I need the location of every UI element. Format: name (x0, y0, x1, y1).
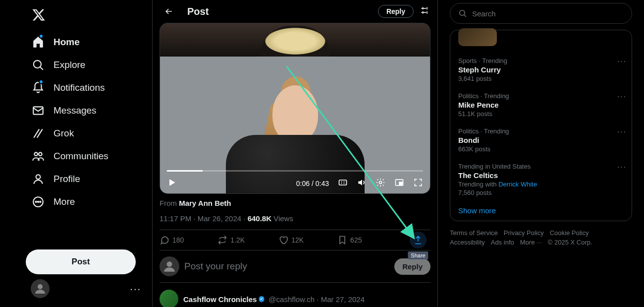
show-more-link[interactable]: Show more (458, 201, 624, 215)
search-input[interactable] (472, 9, 624, 18)
more-dots-icon[interactable]: ··· (617, 57, 627, 66)
footer-cookie[interactable]: Cookie Policy (550, 229, 589, 237)
notification-badge (39, 79, 44, 84)
svg-point-10 (38, 284, 43, 289)
nav-label: Home (54, 37, 80, 48)
post-actions: 180 1.2K 12K 625 Share (160, 230, 430, 250)
footer-ads[interactable]: Ads info (491, 239, 514, 246)
avatar (160, 290, 178, 307)
retweet-action[interactable]: 1.2K (217, 235, 245, 245)
more-dots-icon[interactable]: ··· (617, 163, 627, 172)
like-action[interactable]: 12K (278, 235, 304, 245)
bookmark-action[interactable]: 625 (337, 235, 362, 245)
video-progress[interactable] (167, 170, 423, 172)
avatar (160, 256, 179, 276)
fullscreen-icon[interactable] (413, 178, 423, 189)
reply-submit-button[interactable]: Reply (394, 258, 430, 275)
svg-rect-11 (339, 180, 347, 185)
reply-item[interactable]: Cashflow Chronicles @cashflow.ch · Mar 2… (160, 282, 430, 307)
search-icon (32, 59, 45, 71)
trend-item[interactable]: Trending in United States The Celtics Tr… (458, 158, 624, 201)
header-reply-button[interactable]: Reply (378, 5, 414, 18)
svg-point-7 (36, 201, 37, 202)
verified-icon (258, 295, 266, 303)
svg-point-9 (40, 201, 41, 202)
more-dots-icon[interactable]: ··· (617, 127, 627, 136)
svg-point-15 (167, 261, 172, 267)
svg-point-0 (34, 61, 41, 68)
nav-messages[interactable]: Messages (26, 99, 146, 122)
display-settings-icon[interactable] (420, 5, 429, 17)
nav-label: Profile (54, 174, 80, 184)
captions-icon[interactable] (338, 178, 348, 189)
pip-icon[interactable] (394, 178, 404, 189)
trends-card: Sports · Trending Steph Curry 3,641 post… (450, 30, 632, 221)
footer-more[interactable]: More ··· (520, 239, 542, 246)
nav-explore[interactable]: Explore (26, 54, 146, 76)
nav-label: Communities (54, 151, 108, 162)
svg-point-5 (36, 175, 41, 179)
trend-item[interactable]: Politics · Trending Mike Pence 51.1K pos… (458, 87, 624, 123)
reply-composer: Post your reply Reply (160, 250, 430, 282)
reply-author: Cashflow Chronicles (183, 295, 257, 304)
reply-action[interactable]: 180 (160, 235, 184, 245)
video-controls: 0:06 / 0:43 (160, 170, 430, 193)
footer-copyright: © 2025 X Corp. (548, 239, 592, 246)
nav-label: Explore (54, 60, 85, 70)
reply-handle: @cashflow.ch · Mar 27, 2024 (268, 295, 365, 304)
svg-point-17 (460, 10, 465, 16)
page-title: Post (187, 6, 378, 17)
right-sidebar: Sports · Trending Steph Curry 3,641 post… (438, 0, 644, 307)
svg-point-12 (379, 182, 382, 184)
footer-links: Terms of Service Privacy Policy Cookie P… (450, 229, 608, 246)
svg-line-18 (464, 15, 466, 17)
post-meta: 11:17 PM · Mar 26, 2024 · 640.8K Views (160, 214, 430, 223)
person-icon (32, 173, 45, 185)
svg-line-1 (40, 67, 43, 69)
settings-gear-icon[interactable] (376, 178, 385, 189)
left-navigation: Home Explore Notifications Messages Grok (0, 0, 153, 307)
compose-post-button[interactable]: Post (26, 249, 136, 274)
svg-point-3 (34, 152, 38, 156)
footer-tos[interactable]: Terms of Service (450, 229, 498, 237)
search-icon (458, 9, 467, 18)
reply-input[interactable]: Post your reply (184, 261, 394, 272)
nav-home[interactable]: Home (26, 31, 146, 54)
search-bar[interactable] (450, 3, 632, 24)
trend-item[interactable]: Politics · Trending Bondi 663K posts ··· (458, 123, 624, 158)
nav-profile[interactable]: Profile (26, 168, 146, 190)
nav-communities[interactable]: Communities (26, 145, 146, 168)
nav-label: Notifications (54, 82, 105, 93)
share-tooltip: Share (408, 251, 428, 259)
footer-privacy[interactable]: Privacy Policy (504, 229, 544, 237)
trend-item[interactable]: Sports · Trending Steph Curry 3,641 post… (458, 52, 624, 87)
nav-notifications[interactable]: Notifications (26, 76, 146, 99)
account-switcher[interactable]: ··· (26, 274, 146, 303)
trend-thumbnail[interactable] (458, 28, 497, 46)
share-action[interactable]: Share (410, 232, 427, 248)
mail-icon (32, 104, 45, 117)
svg-point-4 (39, 152, 42, 156)
svg-point-8 (38, 201, 39, 202)
video-player[interactable]: 0:06 / 0:43 (160, 23, 430, 194)
nav-label: More (54, 196, 75, 207)
home-badge (39, 34, 44, 39)
footer-accessibility[interactable]: Accessibility (450, 239, 485, 246)
more-dots-icon[interactable]: ··· (617, 92, 627, 101)
grok-icon (32, 127, 45, 140)
video-time: 0:06 / 0:43 (296, 180, 329, 187)
play-icon[interactable] (167, 178, 177, 189)
video-source: From Mary Ann Beth (160, 199, 430, 207)
volume-icon[interactable] (357, 178, 367, 189)
nav-more[interactable]: More (26, 190, 146, 213)
trending-with-link[interactable]: Derrick White (498, 181, 537, 188)
x-logo[interactable] (26, 4, 146, 28)
more-dots-icon: ··· (130, 283, 141, 295)
back-button[interactable] (161, 3, 177, 20)
post-header: Post Reply (153, 0, 437, 23)
avatar (31, 279, 50, 298)
nav-label: Grok (54, 128, 74, 139)
main-column: Post Reply 0:06 / 0:43 (153, 0, 438, 307)
more-icon (32, 195, 45, 208)
nav-grok[interactable]: Grok (26, 122, 146, 145)
